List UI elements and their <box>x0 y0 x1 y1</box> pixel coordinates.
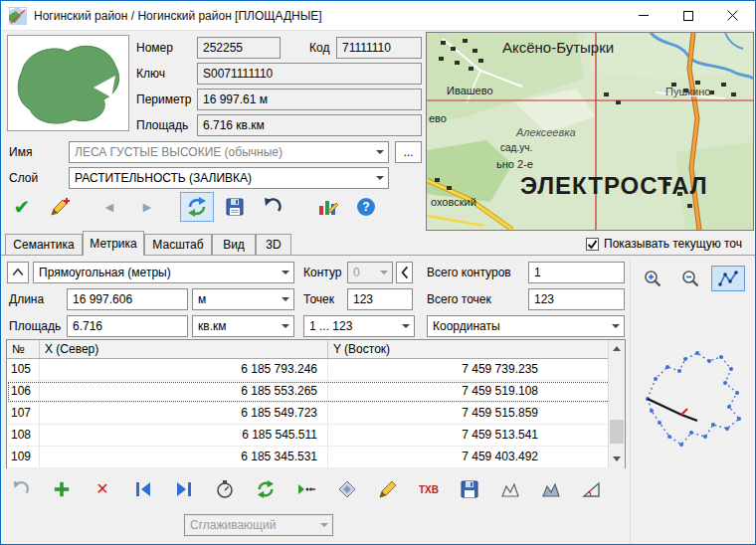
points-field[interactable]: 123 <box>347 288 413 310</box>
apply-button[interactable]: ✔ <box>5 192 39 222</box>
scroll-down-button[interactable] <box>609 451 625 467</box>
area-unit-combo[interactable]: кв.км <box>192 315 294 337</box>
name-more-button[interactable]: ... <box>395 141 422 163</box>
auto-input-button[interactable] <box>210 474 240 504</box>
number-field[interactable]: 252255 <box>197 37 281 59</box>
code-label: Код <box>309 37 329 59</box>
create-object-button[interactable] <box>43 192 77 222</box>
contour-label: Контур <box>303 262 341 283</box>
table-row-selected[interactable]: 106 6 185 553.265 7 459 519.108 <box>7 381 625 403</box>
recalc-button[interactable] <box>251 474 281 504</box>
spline-icon <box>337 479 357 499</box>
minimize-button[interactable] <box>621 1 665 30</box>
prev-contour-button[interactable] <box>396 262 413 283</box>
chevron-down-icon[interactable] <box>278 290 292 308</box>
area-filled-button[interactable] <box>536 474 566 504</box>
maximize-button[interactable] <box>665 1 710 30</box>
collapse-panel-button[interactable] <box>7 262 29 283</box>
key-field[interactable]: S0071111110 <box>197 63 422 85</box>
area-outline-button[interactable] <box>495 474 525 504</box>
chevron-down-icon[interactable] <box>372 169 387 187</box>
table-row[interactable]: 109 6 185 345.531 7 459 403.492 <box>7 447 625 468</box>
col-header-x[interactable]: X (Север) <box>40 340 328 358</box>
slope-edit-button[interactable] <box>373 474 403 504</box>
chevron-down-icon[interactable] <box>372 143 387 161</box>
col-header-num[interactable]: № <box>7 340 40 358</box>
undo-icon <box>262 196 284 218</box>
tab-scale[interactable]: Масштаб <box>144 234 212 255</box>
tab-semantics[interactable]: Семантика <box>5 234 83 255</box>
txb-export-button[interactable]: TXB <box>414 474 444 504</box>
coord-system-combo[interactable]: Прямоугольная (метры) <box>33 262 294 283</box>
map-label-evo: ево <box>429 112 447 124</box>
right-panel-divider <box>630 258 631 544</box>
scrollbar-thumb[interactable] <box>610 420 624 444</box>
show-polyline-button[interactable] <box>711 266 745 291</box>
chevron-down-icon[interactable] <box>278 264 292 281</box>
table-scrollbar[interactable] <box>608 340 625 467</box>
spline-button[interactable] <box>332 474 362 504</box>
area-label: Площадь <box>9 315 61 337</box>
next-object-button[interactable]: ► <box>130 192 164 222</box>
prev-object-button[interactable]: ◄ <box>93 192 126 222</box>
total-contours-field[interactable]: 1 <box>528 262 625 283</box>
help-button[interactable]: ? <box>349 192 383 222</box>
chevron-down-icon[interactable] <box>398 317 413 335</box>
title-bar[interactable]: Ногинский район / Ногинский район [ПЛОЩА… <box>1 1 755 31</box>
scroll-up-button[interactable] <box>609 340 625 357</box>
map-label-alekseevka: Алексеевка <box>516 126 576 138</box>
object-area-field[interactable]: 6.716 кв.км <box>197 114 422 136</box>
layer-combo[interactable]: РАСТИТЕЛЬНОСТЬ (ЗАЛИВКА) <box>69 167 389 189</box>
tab-view[interactable]: Вид <box>212 234 256 255</box>
contour-preview[interactable] <box>634 335 753 486</box>
zoom-out-button[interactable] <box>673 266 707 291</box>
undo-button[interactable] <box>256 192 289 222</box>
tab-metrics[interactable]: Метрика <box>83 231 144 256</box>
metric-toolbar: ✕ <box>6 474 626 504</box>
table-row[interactable]: 108 6 185 545.511 7 459 513.541 <box>7 425 625 447</box>
table-row[interactable]: 105 6 185 793.246 7 459 739.235 <box>7 359 625 381</box>
edit-chart-button[interactable] <box>311 192 345 222</box>
table-row[interactable]: 107 6 185 549.723 7 459 515.859 <box>7 403 625 425</box>
undo-point-button[interactable] <box>6 474 36 504</box>
smoothing-value: Сглаживающий <box>190 518 276 532</box>
close-button[interactable] <box>710 1 755 30</box>
total-points-field[interactable]: 123 <box>528 288 625 310</box>
last-point-button[interactable] <box>169 474 199 504</box>
chevron-left-icon <box>399 265 411 280</box>
refresh-object-button[interactable] <box>180 192 214 222</box>
object-shape-graphic <box>8 36 128 130</box>
arrow-down-icon <box>613 456 621 461</box>
checkbox-checked-icon[interactable] <box>586 238 599 251</box>
undo-gray-icon <box>11 479 31 499</box>
contour-value: 0 <box>353 266 360 279</box>
area-field[interactable]: 6.716 <box>67 315 188 337</box>
length-field[interactable]: 16 997.606 <box>67 288 188 310</box>
stopwatch-icon <box>215 479 235 499</box>
window-title: Ногинский район / Ногинский район [ПЛОЩА… <box>34 9 322 23</box>
chevron-down-icon[interactable] <box>278 317 292 335</box>
delete-point-button[interactable]: ✕ <box>88 474 117 504</box>
show-current-point-option[interactable]: Показывать текущую точ <box>586 237 755 251</box>
slope-profile-icon <box>582 479 602 499</box>
first-point-button[interactable] <box>128 474 158 504</box>
point-range-value: 1 ... 123 <box>309 319 352 333</box>
digitize-direction-button[interactable] <box>291 474 321 504</box>
map-label-no2e: ьно 2-е <box>496 158 533 170</box>
save-metric-button[interactable] <box>455 474 484 504</box>
map-preview[interactable]: Аксёно-Бутырки Ивашево Пушкино Алексеевк… <box>426 32 754 231</box>
length-unit-combo[interactable]: м <box>192 288 294 310</box>
perimeter-field[interactable]: 16 997.61 м <box>197 89 422 110</box>
col-header-y[interactable]: Y (Восток) <box>328 340 609 358</box>
save-button[interactable] <box>218 192 252 222</box>
zoom-in-button[interactable] <box>636 266 669 291</box>
add-point-button[interactable] <box>47 474 77 504</box>
profile-button[interactable] <box>577 474 607 504</box>
chevron-down-icon[interactable] <box>608 317 623 335</box>
tab-3d[interactable]: 3D <box>256 234 291 255</box>
point-range-combo[interactable]: 1 ... 123 <box>303 315 415 337</box>
code-field[interactable]: 71111110 <box>336 37 422 59</box>
plus-icon <box>53 480 71 498</box>
coords-mode-combo[interactable]: Координаты <box>427 315 625 337</box>
object-name-combo[interactable]: ЛЕСА ГУСТЫЕ ВЫСОКИЕ (обычные) <box>69 141 389 163</box>
